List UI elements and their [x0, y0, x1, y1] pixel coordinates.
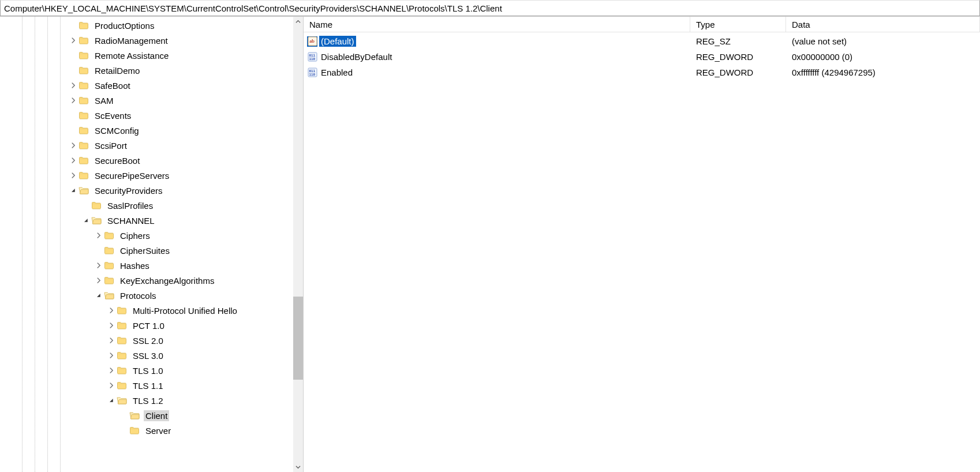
tree-node-label: TLS 1.0 — [131, 365, 165, 376]
string-value-icon: ab — [307, 36, 317, 47]
tree-node[interactable]: SafeBoot — [0, 78, 303, 93]
tree-node[interactable]: TLS 1.1 — [0, 378, 303, 393]
tree-node[interactable]: Multi-Protocol Unified Hello — [0, 303, 303, 318]
tree-node[interactable]: ScsiPort — [0, 138, 303, 153]
value-name: DisabledByDefault — [319, 51, 394, 62]
chevron-right-icon[interactable] — [95, 261, 103, 269]
tree-node[interactable]: Protocols — [0, 288, 303, 303]
tree-node[interactable]: PCT 1.0 — [0, 318, 303, 333]
tree-node[interactable]: SCMConfig — [0, 123, 303, 138]
tree-node-label: Hashes — [118, 260, 151, 271]
scroll-down-button[interactable] — [293, 462, 303, 472]
folder-icon — [78, 171, 89, 180]
folder-icon — [104, 276, 114, 285]
folder-icon — [117, 381, 127, 390]
tree-node[interactable]: SecureBoot — [0, 153, 303, 168]
value-name: (Default) — [319, 36, 356, 47]
tree-node[interactable]: SaslProfiles — [0, 198, 303, 213]
tree-scrollbar[interactable] — [293, 17, 303, 472]
chevron-down-icon[interactable] — [69, 186, 77, 194]
chevron-right-icon[interactable] — [107, 381, 115, 389]
folder-icon — [129, 426, 140, 435]
folder-icon — [78, 96, 89, 105]
tree-node[interactable]: RadioManagement — [0, 33, 303, 48]
tree-node[interactable]: ProductOptions — [0, 18, 303, 33]
registry-tree[interactable]: ProductOptionsRadioManagementRemote Assi… — [0, 17, 303, 438]
address-bar[interactable]: Computer\HKEY_LOCAL_MACHINE\SYSTEM\Curre… — [0, 0, 980, 16]
tree-node[interactable]: Ciphers — [0, 228, 303, 243]
tree-spacer — [69, 51, 77, 59]
tree-node-label: Multi-Protocol Unified Hello — [131, 305, 239, 316]
tree-node[interactable]: SecurePipeServers — [0, 168, 303, 183]
value-row[interactable]: 011110EnabledREG_DWORD0xffffffff (429496… — [304, 65, 980, 80]
folder-icon — [78, 66, 89, 75]
folder-icon — [78, 81, 89, 90]
tree-node[interactable]: TLS 1.0 — [0, 363, 303, 378]
tree-node-label: SaslProfiles — [106, 200, 155, 211]
values-list[interactable]: ab(Default)REG_SZ(value not set)011110Di… — [304, 32, 980, 80]
chevron-right-icon[interactable] — [107, 366, 115, 374]
panes: ProductOptionsRadioManagementRemote Assi… — [0, 16, 980, 472]
tree-node[interactable]: Remote Assistance — [0, 48, 303, 63]
chevron-right-icon[interactable] — [69, 81, 77, 89]
chevron-right-icon[interactable] — [107, 321, 115, 329]
chevron-right-icon[interactable] — [69, 36, 77, 44]
address-text: Computer\HKEY_LOCAL_MACHINE\SYSTEM\Curre… — [4, 3, 502, 13]
chevron-right-icon[interactable] — [107, 351, 115, 359]
chevron-right-icon[interactable] — [107, 336, 115, 344]
header-type[interactable]: Type — [690, 17, 786, 32]
tree-spacer — [82, 201, 90, 209]
tree-node-label: SecureBoot — [93, 155, 141, 166]
chevron-down-icon[interactable] — [95, 291, 103, 299]
tree-node[interactable]: SecurityProviders — [0, 183, 303, 198]
chevron-right-icon[interactable] — [107, 306, 115, 314]
tree-node[interactable]: SSL 3.0 — [0, 348, 303, 363]
tree-node[interactable]: CipherSuites — [0, 243, 303, 258]
tree-node[interactable]: TLS 1.2 — [0, 393, 303, 408]
folder-icon — [104, 261, 114, 270]
tree-node[interactable]: Server — [0, 423, 303, 438]
chevron-right-icon[interactable] — [69, 141, 77, 149]
chevron-right-icon[interactable] — [69, 171, 77, 179]
tree-node-label: CipherSuites — [118, 245, 171, 256]
svg-text:110: 110 — [309, 57, 315, 61]
tree-node[interactable]: SSL 2.0 — [0, 333, 303, 348]
tree-node[interactable]: SAM — [0, 93, 303, 108]
tree-spacer — [120, 411, 128, 419]
tree-node[interactable]: Hashes — [0, 258, 303, 273]
values-pane: Name Type Data ab(Default)REG_SZ(value n… — [304, 17, 980, 472]
chevron-right-icon[interactable] — [95, 276, 103, 284]
tree-node[interactable]: KeyExchangeAlgorithms — [0, 273, 303, 288]
tree-spacer — [69, 111, 77, 119]
scroll-thumb[interactable] — [293, 297, 303, 379]
chevron-down-icon[interactable] — [82, 216, 90, 224]
chevron-right-icon[interactable] — [69, 96, 77, 104]
values-header[interactable]: Name Type Data — [304, 17, 980, 32]
chevron-right-icon[interactable] — [95, 231, 103, 239]
tree-node-label: RadioManagement — [93, 35, 170, 46]
value-row[interactable]: 011110DisabledByDefaultREG_DWORD0x000000… — [304, 49, 980, 65]
folder-icon — [117, 366, 127, 375]
folder-icon — [78, 156, 89, 165]
chevron-down-icon[interactable] — [107, 396, 115, 404]
tree-node-label: SCHANNEL — [106, 215, 156, 226]
value-data: (value not set) — [786, 36, 980, 46]
folder-icon — [78, 21, 89, 30]
tree-node[interactable]: RetailDemo — [0, 63, 303, 78]
tree-node-label: Server — [144, 425, 173, 436]
folder-open-icon — [78, 186, 89, 195]
tree-node[interactable]: SCHANNEL — [0, 213, 303, 228]
header-data[interactable]: Data — [786, 17, 980, 32]
tree-node-label: ProductOptions — [93, 20, 156, 31]
value-data: 0xffffffff (4294967295) — [786, 68, 980, 77]
folder-icon — [117, 321, 127, 330]
chevron-right-icon[interactable] — [69, 156, 77, 164]
value-row[interactable]: ab(Default)REG_SZ(value not set) — [304, 33, 980, 49]
scroll-up-button[interactable] — [293, 17, 303, 27]
folder-icon — [104, 246, 114, 255]
folder-icon — [78, 36, 89, 45]
header-name[interactable]: Name — [304, 17, 690, 32]
tree-node[interactable]: Client — [0, 408, 303, 423]
scroll-track[interactable] — [293, 27, 303, 462]
tree-node[interactable]: ScEvents — [0, 108, 303, 123]
